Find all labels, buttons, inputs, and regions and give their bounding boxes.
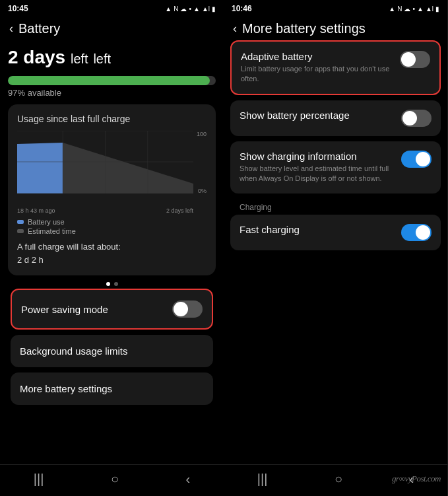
nav-home-left[interactable]: ○ <box>111 472 119 487</box>
chart-labels: 18 h 43 m ago 2 days left <box>17 207 207 214</box>
signal-icon-r: ▲ <box>389 5 395 13</box>
menu-section: Power saving mode Background usage limit… <box>8 289 216 405</box>
adaptive-battery-toggle[interactable] <box>400 51 430 68</box>
signal-bars-icon: ▲l <box>202 5 210 13</box>
fast-charging-text: Fast charging <box>240 224 393 237</box>
background-usage-label: Background usage limits <box>20 345 127 357</box>
fast-charging-toggle[interactable] <box>401 224 432 241</box>
show-charging-toggle[interactable] <box>401 151 432 168</box>
adaptive-battery-desc: Limit battery usage for apps that you do… <box>241 64 392 85</box>
battery-available: 97% available <box>8 88 216 98</box>
show-charging-desc: Show battery level and estimated time un… <box>240 164 393 184</box>
power-saving-toggle[interactable] <box>172 301 203 318</box>
nav-menu-left[interactable]: ||| <box>34 472 44 487</box>
right-header: ‹ More battery settings <box>224 16 447 40</box>
power-saving-item[interactable]: Power saving mode <box>11 289 213 330</box>
show-charging-title: Show charging information <box>240 151 393 162</box>
time-left: 10:45 <box>8 4 28 13</box>
left-header: ‹ Battery <box>0 16 224 40</box>
status-bar-left: 10:45 ▲ N ☁ • ▲ ▲l ▮ <box>0 0 224 16</box>
status-icons-right: ▲ N ☁ • ▲ ▲l ▮ <box>389 5 439 13</box>
full-charge-section: A full charge will last about: 2 d 2 h <box>17 240 207 266</box>
watermark: gr∞vyPost.com <box>392 474 441 484</box>
svg-marker-0 <box>17 143 63 194</box>
dot-icon: • <box>189 5 191 13</box>
back-button-right[interactable]: ‹ <box>233 22 237 36</box>
usage-title: Usage since last full charge <box>17 114 207 124</box>
status-bar-right: 10:46 ▲ N ☁ • ▲ ▲l ▮ <box>224 0 447 16</box>
legend-dot-battery <box>17 220 24 224</box>
legend-estimate-label: Estimated time <box>28 227 76 235</box>
days-left-label: left <box>71 52 88 66</box>
chart-label-100: 100 <box>197 131 207 137</box>
battery-full-icon-r: ▮ <box>435 5 439 13</box>
show-charging-text: Show charging information Show battery l… <box>240 151 393 184</box>
days-left-word: left <box>93 52 111 66</box>
battery-icon: ▮ <box>212 5 216 13</box>
page-dot-1 <box>106 282 110 286</box>
adaptive-battery-text: Adaptive battery Limit battery usage for… <box>241 51 392 85</box>
chart-start-label: 18 h 43 m ago <box>17 207 55 214</box>
chart-end-label: 2 days left <box>166 207 193 214</box>
dot-icon-r: • <box>412 5 415 13</box>
cloud-icon: ☁ <box>180 5 187 13</box>
left-panel: 10:45 ▲ N ☁ • ▲ ▲l ▮ ‹ Battery 2 days le… <box>0 0 224 496</box>
more-battery-settings-label: More battery settings <box>20 383 112 394</box>
more-battery-settings-item[interactable]: More battery settings <box>11 372 213 405</box>
legend-battery: Battery use <box>17 218 207 226</box>
full-charge-label: A full charge will last about: <box>17 242 121 252</box>
time-right: 10:46 <box>232 4 252 13</box>
right-content: Adaptive battery Limit battery usage for… <box>224 40 447 464</box>
adaptive-battery-title: Adaptive battery <box>241 51 392 62</box>
battery-days-section: 2 days left left <box>8 40 216 71</box>
nav-back-left[interactable]: ‹ <box>186 472 191 487</box>
fast-charging-title: Fast charging <box>240 224 393 235</box>
show-percent-text: Show battery percentage <box>240 110 393 123</box>
svg-marker-1 <box>63 143 193 194</box>
days-value: 2 days <box>8 47 65 67</box>
battery-bar-fill <box>8 76 210 85</box>
legend-dot-estimate <box>17 229 24 233</box>
available-label: available <box>28 88 61 98</box>
show-charging-item[interactable]: Show charging information Show battery l… <box>230 141 441 194</box>
status-icons-left: ▲ N ☁ • ▲ ▲l ▮ <box>165 5 216 13</box>
show-percent-item[interactable]: Show battery percentage <box>230 100 441 136</box>
battery-chart <box>17 131 193 194</box>
right-page-title: More battery settings <box>242 21 366 36</box>
wifi-icon-r: ▲ <box>417 5 424 13</box>
page-dot-2 <box>114 282 118 286</box>
network-icon: N <box>174 5 178 13</box>
nav-home-right[interactable]: ○ <box>335 472 342 487</box>
show-percent-toggle[interactable] <box>401 110 432 127</box>
adaptive-battery-item[interactable]: Adaptive battery Limit battery usage for… <box>230 40 441 95</box>
fast-charging-item[interactable]: Fast charging <box>230 215 441 250</box>
right-panel: 10:46 ▲ N ☁ • ▲ ▲l ▮ ‹ More battery sett… <box>224 0 447 496</box>
signal-bars-icon-r: ▲l <box>426 5 433 13</box>
power-saving-label: Power saving mode <box>21 304 108 315</box>
signal-icon: ▲ <box>165 5 172 13</box>
chart-legend: Battery use Estimated time <box>17 218 207 235</box>
cloud-icon-r: ☁ <box>404 5 410 13</box>
legend-estimate: Estimated time <box>17 227 207 235</box>
back-button-left[interactable]: ‹ <box>9 22 13 36</box>
chart-label-0: 0% <box>198 188 207 194</box>
background-usage-item[interactable]: Background usage limits <box>11 335 213 367</box>
usage-card: Usage since last full charge 100 <box>8 104 216 275</box>
wifi-icon: ▲ <box>193 5 200 13</box>
chart-area: 100 0% <box>17 131 207 203</box>
left-content: 2 days left left 97% available Usage sin… <box>0 40 224 464</box>
left-page-title: Battery <box>18 21 60 36</box>
page-dots <box>8 282 216 286</box>
charging-section-label: Charging <box>230 199 441 215</box>
battery-percent: 97% <box>8 88 25 98</box>
show-percent-title: Show battery percentage <box>240 110 393 121</box>
legend-battery-label: Battery use <box>28 218 65 226</box>
bottom-nav-left: ||| ○ ‹ <box>0 464 224 496</box>
battery-bar-container <box>8 76 216 85</box>
full-charge-value: 2 d 2 h <box>17 255 44 265</box>
network-icon-r: N <box>397 5 402 13</box>
battery-days-text: 2 days left left <box>8 47 216 68</box>
nav-menu-right[interactable]: ||| <box>257 472 268 487</box>
